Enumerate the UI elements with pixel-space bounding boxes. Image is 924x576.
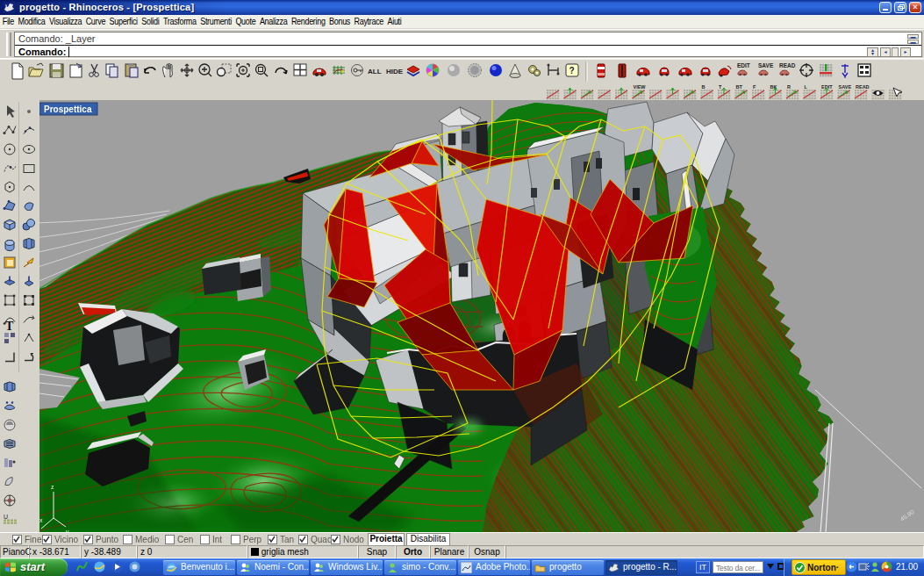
svg-text:x: x	[39, 517, 43, 523]
svg-text:U: U	[4, 514, 8, 520]
svg-text:R: R	[787, 84, 791, 90]
svg-text:?: ?	[569, 66, 575, 76]
svg-text:HIDE: HIDE	[386, 68, 404, 76]
svg-text:B: B	[702, 84, 706, 90]
svg-text:SAVE: SAVE	[839, 84, 852, 90]
svg-text:BT: BT	[736, 84, 743, 90]
svg-text:VIEW: VIEW	[634, 84, 647, 90]
svg-text:EDIT: EDIT	[737, 62, 750, 68]
svg-text:ALL: ALL	[368, 68, 382, 76]
svg-text:READ: READ	[856, 84, 870, 90]
svg-text:T: T	[5, 320, 14, 333]
svg-text:READ: READ	[779, 62, 796, 68]
svg-text:SAVE: SAVE	[758, 62, 774, 68]
svg-text:Prospettica: Prospettica	[44, 104, 92, 114]
svg-text:z: z	[51, 484, 54, 490]
